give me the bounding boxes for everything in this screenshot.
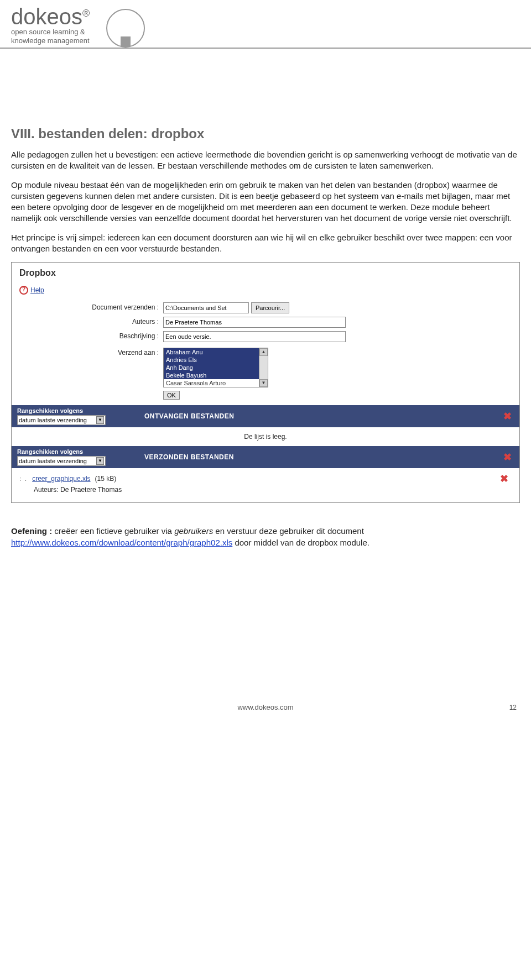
sent-bar: Rangschikken volgens datum laatste verze… — [12, 446, 519, 468]
help-icon — [19, 286, 28, 295]
brand-tagline-1: open source learning & — [11, 28, 90, 36]
scroll-down-icon[interactable]: ▼ — [259, 379, 268, 387]
delete-icon[interactable]: ✖ — [500, 473, 508, 485]
close-icon[interactable]: ✖ — [503, 451, 512, 463]
label-document: Document verzenden : — [19, 302, 163, 311]
brand-word: dokeos — [11, 4, 82, 29]
sort-value: datum laatste verzending — [19, 458, 87, 464]
brand-tagline-2: knowledge management — [11, 36, 90, 45]
sort-label: Rangschikken volgens — [17, 448, 106, 455]
file-size: (15 kB) — [95, 475, 117, 483]
file-author-label: Auteurs: — [34, 486, 59, 494]
paragraph-1: Alle pedagogen zullen het u bevestigen: … — [11, 149, 520, 172]
file-link[interactable]: creer_graphique.xls — [32, 475, 90, 483]
close-icon[interactable]: ✖ — [503, 410, 512, 422]
exercise-paragraph: Oefening : creëer een fictieve gebruiker… — [11, 525, 520, 548]
recipient-option[interactable]: Bekele Bayush — [164, 371, 259, 379]
footer-site: www.dokeos.com — [237, 703, 293, 711]
paragraph-2: Op module niveau bestaat één van de moge… — [11, 180, 520, 224]
recipient-option[interactable]: Abraham Anu — [164, 348, 259, 356]
help-link-row[interactable]: Help — [19, 286, 512, 295]
help-link-label: Help — [30, 286, 44, 294]
scroll-up-icon[interactable]: ▲ — [259, 348, 268, 356]
recipient-option[interactable]: Andries Els — [164, 356, 259, 364]
page-footer: www.dokeos.com 12 — [0, 559, 531, 718]
page-header: dokeos® open source learning & knowledge… — [0, 0, 531, 49]
brand-name: dokeos® — [11, 6, 90, 28]
sent-file-row: : . creer_graphique.xls (15 kB) ✖ Auteur… — [12, 468, 519, 502]
section-heading: VIII. bestanden delen: dropbox — [11, 126, 520, 142]
label-sendto: Verzend aan : — [19, 348, 163, 357]
exercise-em: gebruikers — [174, 526, 213, 536]
sort-select[interactable]: datum laatste verzending ▼ — [17, 415, 106, 425]
ok-button[interactable]: OK — [163, 391, 180, 400]
recipients-listbox[interactable]: Abraham Anu Andries Els Anh Dang Bekele … — [163, 348, 259, 387]
drag-handle-icon[interactable]: : . — [19, 476, 28, 481]
brand-block: dokeos® open source learning & knowledge… — [11, 6, 90, 46]
chevron-down-icon: ▼ — [96, 416, 104, 424]
authors-input[interactable] — [163, 317, 346, 328]
app-title: Dropbox — [19, 268, 512, 278]
description-input[interactable] — [163, 331, 346, 342]
dropbox-screenshot: Dropbox Help Document verzenden : Parcou… — [11, 262, 520, 503]
exercise-text-3: door middel van de dropbox module. — [232, 538, 369, 547]
sort-value: datum laatste verzending — [19, 417, 87, 423]
browse-button[interactable]: Parcourir... — [251, 302, 289, 313]
chevron-down-icon: ▼ — [96, 457, 104, 465]
listbox-scrollbar[interactable]: ▲ ▼ — [259, 348, 268, 387]
brand-circle-icon — [106, 9, 145, 48]
paragraph-3: Het principe is vrij simpel: iedereen ka… — [11, 232, 520, 255]
received-bar: Rangschikken volgens datum laatste verze… — [12, 405, 519, 427]
label-description: Beschrijving : — [19, 331, 163, 340]
exercise-text-1: creëer een fictieve gebruiker via — [52, 526, 174, 536]
document-path-input[interactable] — [163, 302, 249, 313]
section-body: Alle pedagogen zullen het u bevestigen: … — [11, 149, 520, 254]
page-content: VIII. bestanden delen: dropbox Alle peda… — [0, 49, 531, 559]
recipient-option[interactable]: Anh Dang — [164, 364, 259, 371]
sort-select[interactable]: datum laatste verzending ▼ — [17, 456, 106, 466]
page-number: 12 — [509, 704, 517, 711]
exercise-lead: Oefening : — [11, 526, 52, 536]
recipient-option[interactable]: Casar Sarasola Arturo — [164, 379, 259, 387]
received-title: ONTVANGEN BESTANDEN — [144, 412, 234, 420]
brand-registered: ® — [82, 8, 90, 19]
label-authors: Auteurs : — [19, 317, 163, 326]
file-author: De Praetere Thomas — [60, 486, 122, 494]
empty-message: De lijst is leeg. — [12, 427, 519, 446]
exercise-link[interactable]: http://www.dokeos.com/download/content/g… — [11, 538, 232, 547]
sent-title: VERZONDEN BESTANDEN — [144, 453, 234, 461]
exercise-text-2: en verstuur deze gebruiker dit document — [213, 526, 364, 536]
sort-label: Rangschikken volgens — [17, 407, 106, 414]
